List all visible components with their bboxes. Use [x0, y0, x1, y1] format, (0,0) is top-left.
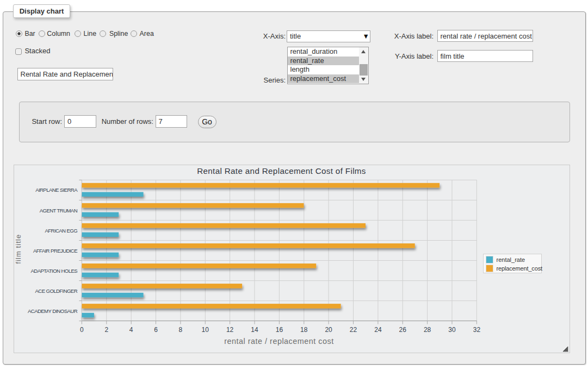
- svg-text:14: 14: [251, 326, 258, 334]
- svg-text:ACADEMY DINOSAUR: ACADEMY DINOSAUR: [28, 308, 78, 314]
- svg-text:10: 10: [202, 326, 209, 334]
- svg-text:16: 16: [276, 326, 283, 334]
- svg-text:24: 24: [374, 326, 382, 334]
- svg-text:8: 8: [179, 326, 183, 334]
- svg-text:replacement_cost: replacement_cost: [497, 265, 543, 272]
- svg-text:4: 4: [129, 326, 133, 334]
- svg-text:rental rate / replacement cost: rental rate / replacement cost: [224, 337, 333, 346]
- svg-text:26: 26: [399, 326, 407, 334]
- svg-text:28: 28: [424, 326, 431, 334]
- svg-text:6: 6: [154, 326, 158, 334]
- svg-text:AIRPLANE SIERRA: AIRPLANE SIERRA: [35, 187, 78, 193]
- svg-text:AGENT TRUMAN: AGENT TRUMAN: [40, 208, 78, 214]
- svg-text:rental_rate: rental_rate: [497, 256, 525, 263]
- svg-text:22: 22: [350, 326, 357, 334]
- svg-text:12: 12: [226, 326, 234, 334]
- svg-text:ACE GOLDFINGER: ACE GOLDFINGER: [35, 288, 78, 294]
- svg-text:Rental Rate and Replacement Co: Rental Rate and Replacement Cost of Film…: [197, 166, 366, 175]
- svg-text:32: 32: [473, 326, 481, 334]
- svg-text:AFFAIR PREJUDICE: AFFAIR PREJUDICE: [33, 248, 77, 254]
- svg-text:0: 0: [80, 326, 84, 334]
- svg-text:film title: film title: [14, 234, 22, 264]
- svg-text:ADAPTATION HOLES: ADAPTATION HOLES: [31, 268, 78, 274]
- svg-text:2: 2: [104, 326, 108, 334]
- svg-text:30: 30: [448, 326, 456, 334]
- svg-text:20: 20: [325, 326, 332, 334]
- svg-text:AFRICAN EGG: AFRICAN EGG: [45, 228, 78, 234]
- svg-text:18: 18: [300, 326, 308, 334]
